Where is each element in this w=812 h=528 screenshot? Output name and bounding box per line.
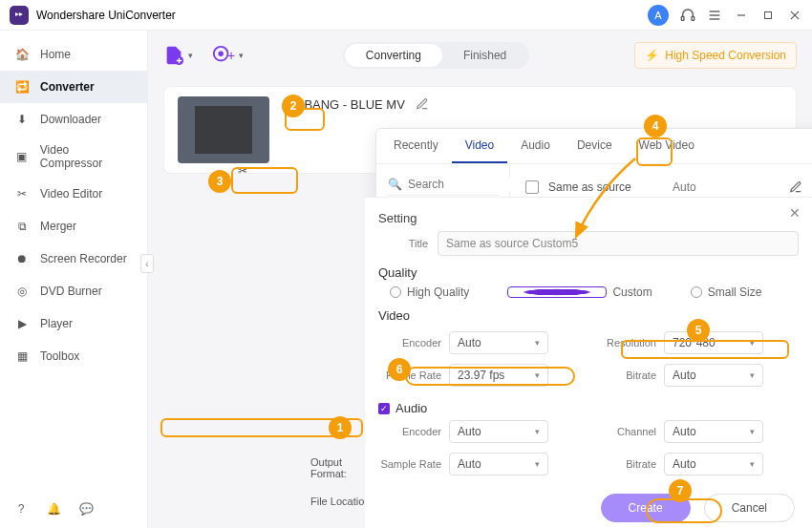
preset-icon bbox=[525, 180, 539, 194]
sidebar: 🏠Home 🔁Converter ⬇Downloader ▣Video Comp… bbox=[0, 31, 148, 528]
dvd-icon: ◎ bbox=[13, 283, 31, 300]
help-icon[interactable]: ? bbox=[13, 501, 29, 517]
field-label: Sample Rate bbox=[378, 458, 441, 470]
field-label: Encoder bbox=[378, 426, 441, 437]
home-icon: 🏠 bbox=[13, 46, 31, 63]
bell-icon[interactable]: 🔔 bbox=[46, 501, 61, 517]
minimize-icon[interactable] bbox=[734, 8, 749, 23]
audio-enable-checkbox[interactable] bbox=[378, 403, 390, 414]
sidebar-item-label: Screen Recorder bbox=[40, 252, 127, 265]
svg-rect-0 bbox=[681, 16, 684, 20]
toolbox-icon: ▦ bbox=[13, 348, 31, 365]
app-title: Wondershare UniConverter bbox=[36, 9, 176, 22]
quality-custom[interactable]: Custom bbox=[507, 285, 652, 299]
pop-tab-web[interactable]: Web Video bbox=[626, 129, 708, 163]
trim-icon[interactable]: ✂ bbox=[235, 163, 250, 179]
add-dvd-button[interactable]: + ▾ bbox=[212, 45, 244, 66]
sidebar-item-label: Home bbox=[40, 48, 71, 61]
sidebar-item-label: Video Compressor bbox=[40, 143, 134, 170]
callout-5: 5 bbox=[687, 319, 710, 342]
field-label: Bitrate bbox=[593, 458, 656, 470]
audio-channel-select[interactable]: Auto▾ bbox=[664, 420, 763, 443]
settings-header: Setting bbox=[378, 211, 799, 225]
video-framerate-select[interactable]: 23.97 fps▾ bbox=[449, 364, 548, 387]
preset-resolution: Auto bbox=[673, 180, 783, 194]
status-tabs: Converting Finished bbox=[343, 42, 529, 69]
callout-1: 1 bbox=[329, 416, 352, 439]
app-logo bbox=[10, 6, 29, 25]
sidebar-item-compressor[interactable]: ▣Video Compressor bbox=[0, 136, 147, 178]
video-thumbnail[interactable] bbox=[178, 96, 269, 163]
tab-converting[interactable]: Converting bbox=[345, 44, 442, 67]
video-bitrate-select[interactable]: Auto▾ bbox=[664, 364, 763, 387]
editor-icon: ✂ bbox=[13, 185, 31, 202]
svg-rect-6 bbox=[765, 11, 772, 18]
titlebar: Wondershare UniConverter A bbox=[0, 0, 812, 31]
sidebar-item-player[interactable]: ▶Player bbox=[0, 307, 147, 340]
player-icon: ▶ bbox=[13, 315, 31, 332]
sidebar-item-label: Video Editor bbox=[40, 187, 102, 201]
field-label: Channel bbox=[593, 426, 656, 437]
tab-finished[interactable]: Finished bbox=[442, 44, 527, 67]
sidebar-item-editor[interactable]: ✂Video Editor bbox=[0, 178, 147, 210]
edit-title-icon[interactable] bbox=[415, 96, 430, 112]
radio-label: Small Size bbox=[708, 285, 762, 299]
bolt-icon: ⚡ bbox=[645, 49, 659, 62]
audio-samplerate-select[interactable]: Auto▾ bbox=[449, 453, 548, 475]
search-icon: 🔍 bbox=[388, 178, 402, 191]
sidebar-item-label: DVD Burner bbox=[40, 285, 102, 298]
callout-2: 2 bbox=[282, 95, 305, 117]
pop-tab-video[interactable]: Video bbox=[452, 129, 507, 163]
radio-label: High Quality bbox=[407, 285, 469, 299]
callout-6: 6 bbox=[388, 358, 411, 381]
audio-encoder-select[interactable]: Auto▾ bbox=[449, 420, 548, 443]
sidebar-item-toolbox[interactable]: ▦Toolbox bbox=[0, 340, 147, 372]
pop-tab-recently[interactable]: Recently bbox=[380, 129, 452, 163]
video-header: Video bbox=[378, 308, 799, 323]
sidebar-item-label: Toolbox bbox=[40, 349, 79, 363]
sidebar-item-dvd[interactable]: ◎DVD Burner bbox=[0, 275, 147, 307]
sidebar-item-label: Converter bbox=[40, 80, 95, 94]
high-speed-button[interactable]: ⚡ High Speed Conversion bbox=[634, 42, 797, 69]
sidebar-item-label: Downloader bbox=[40, 113, 101, 126]
settings-panel: Setting ✕ Title Same as source Custom5 Q… bbox=[365, 197, 812, 528]
compressor-icon: ▣ bbox=[13, 148, 31, 165]
close-icon[interactable] bbox=[787, 8, 802, 23]
preset-name: Same as source bbox=[548, 180, 673, 194]
settings-title-input[interactable]: Same as source Custom5 bbox=[438, 231, 799, 256]
sidebar-item-label: Merger bbox=[40, 220, 76, 233]
sidebar-item-converter[interactable]: 🔁Converter bbox=[0, 71, 147, 103]
radio-label: Custom bbox=[612, 285, 652, 299]
user-avatar[interactable]: A bbox=[648, 5, 669, 26]
pop-tab-audio[interactable]: Audio bbox=[507, 129, 564, 163]
format-search[interactable]: 🔍 bbox=[386, 174, 500, 196]
audio-bitrate-select[interactable]: Auto▾ bbox=[664, 453, 763, 475]
sidebar-item-home[interactable]: 🏠Home bbox=[0, 38, 147, 71]
sidebar-item-downloader[interactable]: ⬇Downloader bbox=[0, 103, 147, 136]
menu-icon[interactable] bbox=[707, 8, 722, 23]
recorder-icon: ⏺ bbox=[13, 250, 31, 267]
sidebar-item-merger[interactable]: ⧉Merger bbox=[0, 210, 147, 243]
quality-high[interactable]: High Quality bbox=[390, 285, 469, 299]
maximize-icon[interactable] bbox=[760, 8, 776, 23]
cancel-button[interactable]: Cancel bbox=[704, 494, 795, 522]
headset-icon[interactable] bbox=[680, 8, 695, 23]
pop-tab-device[interactable]: Device bbox=[564, 129, 626, 163]
callout-3: 3 bbox=[208, 170, 231, 193]
svg-rect-1 bbox=[692, 16, 694, 20]
callout-4: 4 bbox=[644, 115, 667, 137]
callout-7: 7 bbox=[669, 479, 692, 502]
quality-header: Quality bbox=[378, 265, 799, 280]
quality-small[interactable]: Small Size bbox=[691, 285, 762, 299]
converter-icon: 🔁 bbox=[13, 78, 31, 95]
add-file-button[interactable]: ▾ bbox=[163, 45, 193, 66]
download-icon: ⬇ bbox=[13, 111, 31, 128]
field-label: Resolution bbox=[593, 337, 656, 348]
video-resolution-select[interactable]: 720*480▾ bbox=[664, 331, 763, 354]
field-label: Bitrate bbox=[593, 370, 656, 381]
chat-icon[interactable]: 💬 bbox=[78, 501, 94, 517]
sidebar-item-recorder[interactable]: ⏺Screen Recorder bbox=[0, 243, 147, 275]
merger-icon: ⧉ bbox=[13, 218, 31, 235]
video-encoder-select[interactable]: Auto▾ bbox=[449, 331, 548, 354]
settings-close-icon[interactable]: ✕ bbox=[789, 205, 801, 221]
